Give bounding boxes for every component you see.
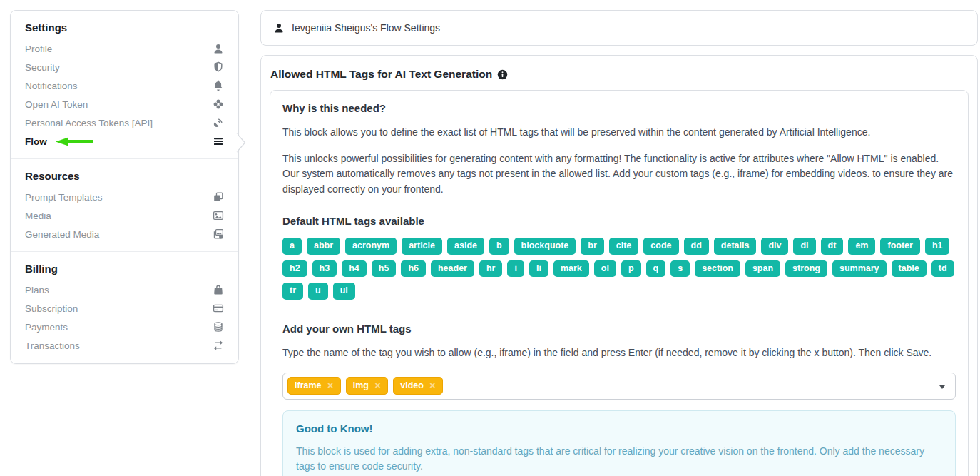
sidebar-item[interactable]: Media: [25, 210, 224, 221]
sidebar-item-label: Security: [25, 62, 60, 73]
default-tag-badge: table: [892, 260, 927, 278]
default-tag-badge: cite: [609, 238, 639, 255]
custom-tag-chip[interactable]: iframe ✕: [287, 377, 341, 395]
sidebar-section-title: Resources: [25, 170, 224, 182]
default-tag-badge: b: [489, 238, 509, 255]
default-tag-badge: article: [402, 238, 442, 255]
custom-tags-input[interactable]: iframe ✕ img ✕ video ✕: [282, 373, 956, 400]
default-tag-badge: h1: [925, 238, 950, 255]
sidebar-item-label: Open AI Token: [25, 99, 88, 110]
sidebar-section-title: Billing: [25, 263, 224, 275]
default-tag-badge: span: [745, 260, 780, 278]
copy-icon: [213, 191, 224, 203]
active-item-pointer-icon: [236, 133, 247, 153]
default-tag-badge: abbr: [307, 238, 340, 255]
settings-sidebar: Settings Profile Security: [10, 10, 239, 364]
sidebar-item[interactable]: Flow: [25, 136, 224, 147]
flow-settings-card: Allowed HTML Tags for AI Text Generation…: [260, 55, 978, 476]
default-tag-badge: h3: [312, 260, 337, 278]
custom-tags-heading: Add your own HTML tags: [282, 323, 956, 335]
sidebar-item-label: Media: [25, 211, 51, 221]
default-tag-badge: dl: [793, 238, 815, 255]
sidebar-section-title: Settings: [25, 21, 224, 34]
default-tag-badge: mark: [553, 260, 589, 278]
custom-tag-label: img: [353, 380, 369, 391]
default-tag-badge: h6: [401, 260, 426, 278]
dropdown-caret-icon[interactable]: [939, 385, 945, 389]
sidebar-section-billing: Billing Plans Subscription Payments: [11, 252, 238, 363]
default-tag-badge: aside: [447, 238, 484, 255]
custom-tag-chip[interactable]: img ✕: [346, 377, 388, 395]
custom-tag-label: iframe: [295, 380, 322, 391]
good-to-know-heading: Good to Know!: [296, 422, 942, 435]
default-tag-badge: h2: [282, 260, 307, 278]
sidebar-item[interactable]: Notifications: [25, 80, 224, 91]
sidebar-item[interactable]: Subscription: [25, 303, 224, 314]
sidebar-item-label: Generated Media: [25, 229, 99, 240]
default-tag-badge: strong: [785, 260, 827, 278]
default-tag-badge: a: [282, 238, 302, 255]
default-tag-badge: h5: [372, 260, 397, 278]
default-tag-badge: br: [581, 238, 604, 255]
page-title: Ievgeniia Sheigus's Flow Settings: [292, 22, 440, 34]
sidebar-item-label: Subscription: [25, 303, 78, 314]
remove-tag-icon[interactable]: ✕: [429, 381, 436, 390]
flow-lines-icon: [213, 136, 224, 147]
satellite-icon: [213, 117, 224, 128]
section-title: Allowed HTML Tags for AI Text Generation: [270, 66, 969, 90]
sidebar-item[interactable]: Personal Access Tokens [API]: [25, 117, 224, 128]
remove-tag-icon[interactable]: ✕: [374, 381, 381, 390]
default-tag-badge: header: [431, 260, 474, 278]
default-tag-badge: s: [670, 260, 690, 278]
default-tag-badge: summary: [832, 260, 887, 278]
shield-icon: [213, 61, 224, 73]
sidebar-item[interactable]: Security: [25, 61, 224, 73]
sidebar-item-label: Prompt Templates: [25, 192, 103, 203]
sidebar-item[interactable]: Profile: [25, 43, 224, 54]
default-tag-badge: acronym: [345, 238, 397, 255]
default-tag-badge: code: [643, 238, 678, 255]
sidebar-item-label: Flow: [25, 136, 47, 147]
why-paragraph-1: This block allows you to define the exac…: [282, 125, 956, 141]
sidebar-item-label: Payments: [25, 322, 68, 333]
sidebar-item-label: Transactions: [25, 340, 80, 351]
default-tag-badge: tr: [282, 283, 303, 300]
sidebar-item[interactable]: Payments: [25, 321, 224, 333]
default-tags-heading: Default HTML tags available: [282, 215, 956, 227]
bell-icon: [213, 80, 224, 91]
default-tag-badge: u: [308, 283, 328, 300]
default-tags-list: a abbr acronym article aside b blockquot…: [282, 238, 956, 300]
shopping-bag-icon: [213, 284, 224, 295]
credit-card-icon: [213, 303, 224, 314]
page-header: Ievgeniia Sheigus's Flow Settings: [260, 10, 978, 46]
images-icon: [213, 228, 224, 240]
coins-icon: [213, 321, 224, 333]
default-tag-badge: td: [931, 260, 954, 278]
sidebar-item[interactable]: Transactions: [25, 340, 224, 351]
default-tag-badge: ul: [333, 283, 355, 300]
default-tag-badge: div: [761, 238, 788, 255]
sidebar-item[interactable]: Open AI Token: [25, 98, 224, 110]
sidebar-item[interactable]: Generated Media: [25, 228, 224, 240]
custom-tags-instruction: Type the name of the tag you wish to all…: [282, 345, 956, 361]
why-heading: Why is this needed?: [282, 102, 956, 114]
pinwheel-token-icon: [213, 98, 224, 110]
default-tag-badge: section: [695, 260, 740, 278]
default-tag-badge: dt: [821, 238, 844, 255]
default-tag-badge: h4: [342, 260, 367, 278]
sidebar-item[interactable]: Prompt Templates: [25, 191, 224, 203]
default-tag-badge: footer: [880, 238, 919, 255]
info-icon[interactable]: [497, 69, 508, 80]
green-arrow-icon: [56, 137, 93, 146]
remove-tag-icon[interactable]: ✕: [327, 381, 334, 390]
default-tag-badge: li: [529, 260, 548, 278]
person-icon: [213, 43, 224, 54]
custom-tag-chip[interactable]: video ✕: [393, 377, 443, 395]
good-to-know-alert: Good to Know! This block is used for add…: [282, 410, 956, 476]
default-tag-badge: p: [621, 260, 641, 278]
sidebar-item[interactable]: Plans: [25, 284, 224, 295]
sidebar-item-label: Plans: [25, 285, 49, 295]
default-tag-badge: q: [646, 260, 666, 278]
transfer-arrows-icon: [213, 340, 224, 351]
sidebar-section-settings: Settings Profile Security: [11, 11, 238, 159]
